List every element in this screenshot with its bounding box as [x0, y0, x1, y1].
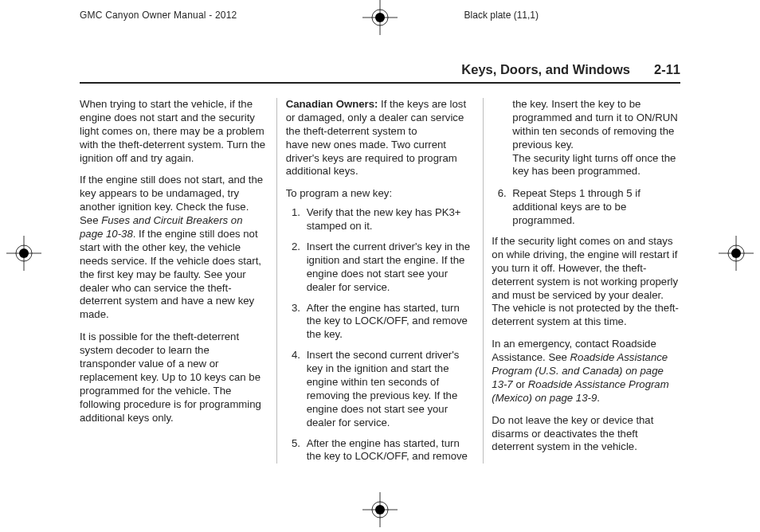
print-header-zone: GMC Canyon Owner Manual - 2012 Black pla… — [0, 0, 760, 35]
running-head: Keys, Doors, and Windows 2-11 — [80, 62, 680, 77]
programming-steps-continued: Repeat Steps 1 through 5 if additional k… — [492, 187, 680, 228]
paragraph: It is possible for the theft-deterrent s… — [80, 331, 268, 424]
step-item: Insert the current driver's key in the i… — [304, 241, 475, 295]
step-item: After the engine has started, turn the k… — [304, 302, 475, 342]
paragraph: If the security light comes on and stays… — [492, 235, 680, 329]
paragraph: If the engine still does not start, and … — [80, 174, 268, 322]
paragraph: In an emergency, contact Roadside Assist… — [492, 338, 680, 405]
step-item: Verify that the new key has PK3+ stamped… — [304, 206, 475, 233]
paragraph: Canadian Owners: If the keys are lost or… — [286, 98, 475, 139]
text: or — [513, 378, 528, 390]
step-trailing-note: The security light turns off once the ke… — [512, 152, 680, 179]
page-number: 2-11 — [654, 62, 680, 77]
text: . If the engine still does not start wit… — [80, 228, 261, 320]
text: . — [597, 392, 600, 404]
plate-label: Black plate (11,1) — [464, 10, 539, 21]
registration-mark-top-icon — [362, 0, 398, 38]
audience-label: Canadian Owners: — [286, 98, 378, 110]
paragraph: To program a new key: — [286, 187, 475, 201]
paragraph: have new ones made. Two current driver's… — [286, 139, 475, 179]
registration-mark-right-icon — [719, 236, 754, 274]
section-title: Keys, Doors, and Windows — [461, 62, 630, 77]
step-item: Insert the second current driver's key i… — [304, 349, 475, 429]
svg-point-11 — [731, 248, 741, 258]
paragraph: When trying to start the vehicle, if the… — [80, 98, 268, 165]
header-rule — [80, 82, 680, 84]
paragraph: Do not leave the key or device that disa… — [492, 414, 680, 455]
registration-mark-left-icon — [6, 236, 41, 274]
body-text: When trying to start the vehicle, if the… — [80, 98, 680, 464]
step-item: Repeat Steps 1 through 5 if additional k… — [509, 187, 680, 228]
publication-title: GMC Canyon Owner Manual - 2012 — [80, 10, 237, 21]
svg-point-3 — [375, 13, 385, 22]
svg-point-15 — [375, 505, 385, 514]
svg-point-7 — [19, 248, 29, 258]
registration-mark-bottom-icon — [362, 492, 398, 530]
